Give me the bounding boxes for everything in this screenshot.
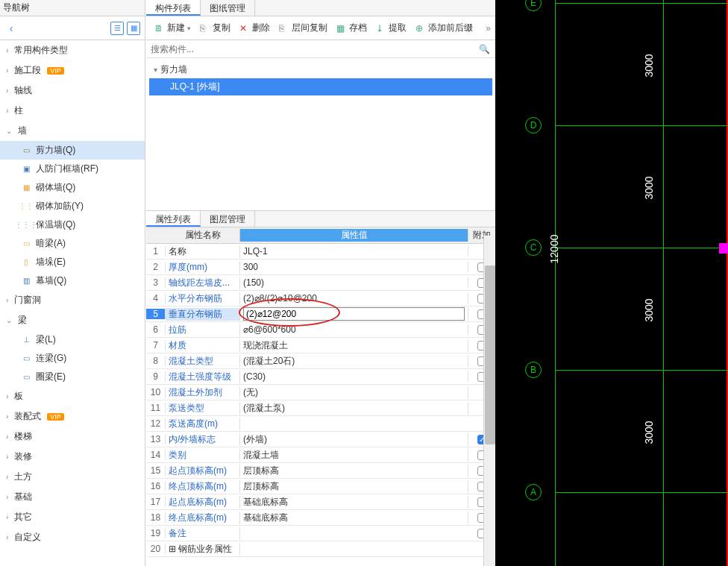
prop-value[interactable]: 层顶标高 (240, 465, 468, 477)
nav-foundation[interactable]: ›基础 (0, 487, 145, 507)
property-row[interactable]: 10混凝土外加剂(无) (146, 385, 495, 400)
search-input[interactable] (151, 41, 479, 57)
property-row[interactable]: 8混凝土类型(混凝土20石) (146, 353, 495, 369)
search-icon[interactable]: 🔍 (479, 44, 491, 54)
nav-axis[interactable]: ›轴线 (0, 81, 145, 101)
row-number: 19 (146, 528, 166, 538)
nav-common[interactable]: ›常用构件类型 (0, 40, 145, 60)
nav-wall-reinf[interactable]: ⋮⋮砌体加筋(Y) (0, 197, 145, 216)
prop-value[interactable]: 混凝土墙 (240, 449, 468, 462)
prop-value[interactable]: 基础底标高 (240, 512, 468, 524)
prop-value[interactable]: (外墙) (240, 433, 468, 446)
more-icon[interactable]: » (486, 23, 491, 34)
tree-item-jlq1[interactable]: JLQ-1 [外墙] (149, 78, 492, 95)
scroll-thumb[interactable] (485, 265, 495, 444)
prop-value-input[interactable] (243, 307, 465, 321)
archive-button[interactable]: ▦存档 (333, 20, 371, 36)
tab-layer-mgmt[interactable]: 图层管理 (201, 211, 255, 227)
grid-view-icon[interactable]: ▦ (127, 22, 140, 35)
cad-viewport[interactable]: E D C B A 3000 3000 3000 3000 12000 (495, 0, 728, 566)
floor-copy-button[interactable]: ⎘层间复制 (275, 20, 331, 36)
row-number: 7 (146, 340, 166, 350)
nav-wall-shear[interactable]: ▭剪力墙(Q) (0, 141, 145, 160)
nav-column[interactable]: ›柱 (0, 101, 145, 121)
nav-beam-beam[interactable]: ⊥梁(L) (0, 330, 145, 349)
col-value[interactable]: 属性值 (240, 229, 468, 242)
chevron-left-icon[interactable]: ‹ (4, 22, 18, 35)
prop-value[interactable]: 现浇混凝土 (240, 339, 468, 352)
property-row[interactable]: 16终点顶标高(m)层顶标高 (146, 479, 495, 494)
prop-value[interactable]: 层顶标高 (240, 480, 468, 493)
property-row[interactable]: 14类别混凝土墙 (146, 447, 495, 463)
nav-custom[interactable]: ›自定义 (0, 527, 145, 547)
prop-value[interactable]: (C30) (240, 371, 468, 382)
nav-beam-ring[interactable]: ▭圈梁(E) (0, 368, 145, 386)
tree-shear-wall[interactable]: ▾剪力墙 (149, 61, 492, 78)
property-row[interactable]: 7材质现浇混凝土 (146, 338, 495, 353)
component-tabs: 构件列表 图纸管理 (146, 0, 495, 16)
nav-prefab[interactable]: ›装配式VIP (0, 406, 145, 427)
archive-icon: ▦ (336, 23, 347, 34)
prop-name: 名称 (166, 245, 240, 258)
nav-earth[interactable]: ›土方 (0, 467, 145, 487)
property-row[interactable]: 13内/外墙标志(外墙)✓ (146, 432, 495, 447)
row-number: 8 (146, 356, 166, 366)
property-row[interactable]: 20⊞ 钢筋业务属性 (146, 541, 495, 557)
copy-button[interactable]: ⎘复制 (196, 20, 234, 36)
prop-value[interactable]: ⌀6@600*600 (240, 324, 468, 335)
property-row[interactable]: 11泵送类型(混凝土泵) (146, 400, 495, 416)
nav-wall-curtain[interactable]: ▥幕墙(Q) (0, 271, 145, 290)
nav-wall-rf[interactable]: ▣人防门框墙(RF) (0, 160, 145, 178)
nav-opening[interactable]: ›门窗洞 (0, 290, 145, 310)
dim-12000: 12000 (548, 235, 560, 264)
prop-value[interactable]: (混凝土20石) (240, 355, 468, 368)
tab-property-list[interactable]: 属性列表 (146, 211, 201, 227)
nav-beam-link[interactable]: ▭连梁(G) (0, 349, 145, 368)
nav-wall-masonry[interactable]: ▦砌体墙(Q) (0, 178, 145, 197)
nav-beam[interactable]: ⌄梁 (0, 310, 145, 330)
prop-name: 泵送类型 (166, 402, 240, 415)
nav-wall[interactable]: ⌄墙 (0, 121, 145, 141)
nav-tree-panel: 导航树 ‹ ☰ ▦ ›常用构件类型 ›施工段VIP ›轴线 ›柱 ⌄墙 ▭剪力墙… (0, 0, 145, 566)
prop-value[interactable]: 300 (240, 262, 468, 272)
prop-value[interactable]: 基础底标高 (240, 496, 468, 509)
list-view-icon[interactable]: ☰ (110, 22, 124, 35)
nav-stair[interactable]: ›楼梯 (0, 427, 145, 447)
property-row[interactable]: 12泵送高度(m) (146, 416, 495, 432)
nav-wall-duo[interactable]: ▯墙垛(E) (0, 253, 145, 271)
property-row[interactable]: 18终点底标高(m)基础底标高 (146, 510, 495, 526)
new-button[interactable]: 🗎新建▾ (151, 20, 195, 36)
nav-wall-insul[interactable]: ⋮⋮⋮保温墙(Q) (0, 216, 145, 234)
prop-value[interactable]: (无) (240, 386, 468, 399)
nav-other[interactable]: ›其它 (0, 507, 145, 527)
property-row[interactable]: 19备注 (146, 526, 495, 541)
prop-name: ⊞ 钢筋业务属性 (166, 543, 240, 556)
nav-construction[interactable]: ›施工段VIP (0, 60, 145, 81)
property-row[interactable]: 5垂直分布钢筋 (146, 306, 495, 322)
prop-value[interactable] (240, 307, 468, 321)
extract-button[interactable]: ⤓提取 (372, 20, 410, 36)
property-row[interactable]: 17起点底标高(m)基础底标高 (146, 494, 495, 510)
nav-slab[interactable]: ›板 (0, 386, 145, 406)
prop-value[interactable]: (150) (240, 277, 468, 288)
prop-value[interactable]: (混凝土泵) (240, 402, 468, 415)
nav-decorate[interactable]: ›装修 (0, 447, 145, 467)
tab-drawing-mgmt[interactable]: 图纸管理 (201, 0, 255, 16)
pier-icon: ▯ (21, 257, 31, 268)
property-row[interactable]: 9混凝土强度等级(C30) (146, 369, 495, 385)
nav-wall-dark[interactable]: ▭暗梁(A) (0, 234, 145, 253)
property-row[interactable]: 4水平分布钢筋(2)⌀8/(2)⌀10@200 (146, 291, 495, 306)
property-row[interactable]: 1名称JLQ-1 (146, 244, 495, 260)
tab-component-list[interactable]: 构件列表 (146, 0, 201, 16)
col-name[interactable]: 属性名称 (166, 229, 240, 242)
prop-value[interactable]: JLQ-1 (240, 246, 468, 257)
property-row[interactable]: 15起点顶标高(m)层顶标高 (146, 463, 495, 479)
prefix-button[interactable]: ⊕添加前后缀 (412, 20, 477, 36)
prop-value[interactable]: (2)⌀8/(2)⌀10@200 (240, 293, 468, 304)
component-area: 构件列表 图纸管理 🗎新建▾ ⎘复制 ✕删除 ⎘层间复制 ▦存档 ⤓提取 ⊕添加… (146, 0, 495, 566)
property-row[interactable]: 3轴线距左墙皮...(150) (146, 275, 495, 291)
property-row[interactable]: 2厚度(mm)300 (146, 260, 495, 275)
property-row[interactable]: 6拉筋⌀6@600*600 (146, 322, 495, 338)
prop-scrollbar[interactable] (483, 236, 495, 566)
delete-button[interactable]: ✕删除 (236, 20, 274, 36)
